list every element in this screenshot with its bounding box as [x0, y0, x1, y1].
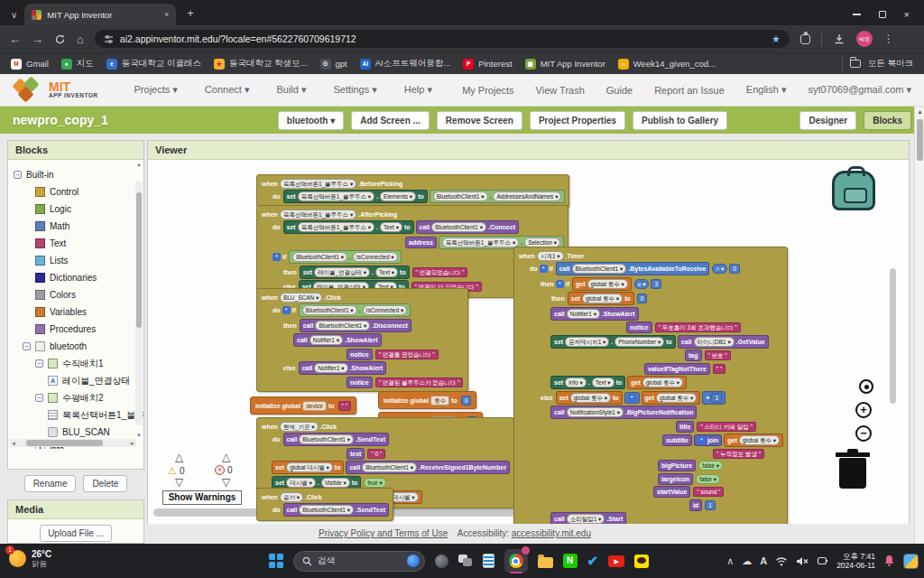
block-dropdown[interactable]: IsConnected ▾ [363, 305, 408, 315]
warning-down-icon[interactable]: ▽ [175, 476, 183, 489]
block-dropdown[interactable]: NotificationStyle1 ▾ [567, 407, 624, 417]
block-dropdown[interactable]: BluetoothClient1 ▾ [299, 434, 354, 444]
language-selector[interactable]: English ▾ [746, 84, 787, 96]
block-dropdown[interactable]: 목록선택버튼1_블루투스 ▾ [298, 191, 374, 201]
block-dropdown[interactable]: 데시벨 ▾ [286, 478, 316, 488]
block-dropdown[interactable]: global 데시벨 ▾ [286, 462, 333, 472]
screen-selector-button[interactable]: bluetooth ▾ [278, 111, 344, 130]
block-dropdown[interactable]: Text ▾ [380, 222, 402, 232]
trash-can[interactable] [839, 458, 866, 489]
reload-icon[interactable] [54, 33, 66, 45]
page-scroll-thumb[interactable] [917, 119, 923, 161]
youtube-app-icon[interactable]: ▶ [608, 555, 624, 567]
block-dropdown[interactable]: 시계1 ▾ [537, 251, 564, 261]
mutator-icon[interactable]: * [540, 265, 548, 273]
code-block[interactable]: initialize globaldeviceto" " [250, 396, 356, 415]
mutator-icon[interactable]: * [556, 280, 564, 288]
component-item[interactable]: −bluetooth [14, 338, 140, 355]
accessibility-link[interactable]: accessibility.mit.edu [512, 528, 591, 538]
collapse-icon[interactable]: − [14, 171, 22, 179]
kakaotalk-app-icon[interactable] [634, 555, 649, 568]
projectbar-button[interactable]: Project Properties [530, 111, 625, 130]
header-link[interactable]: Guide [606, 85, 633, 96]
block-dropdown[interactable]: BluetoothClient1 ▾ [572, 264, 627, 274]
block-dropdown[interactable]: IsConnected ▾ [353, 252, 398, 262]
canvas-vertical-scrollbar[interactable] [890, 268, 896, 404]
warning-up-icon[interactable]: △ [175, 451, 183, 463]
notepad-app-icon[interactable] [483, 554, 494, 568]
file-explorer-icon[interactable] [538, 557, 553, 568]
center-blocks-icon[interactable] [859, 379, 873, 394]
block-dropdown[interactable]: BLU_SCAN ▾ [280, 293, 322, 303]
block-dropdown[interactable]: BluetoothClient1 ▾ [433, 191, 488, 201]
component-item[interactable]: −수평배치2 [14, 389, 140, 406]
wifi-icon[interactable] [775, 556, 788, 566]
palette-category-variables[interactable]: Variables [14, 303, 140, 321]
palette-category-dictionaries[interactable]: Dictionaries [14, 269, 140, 286]
scroll-down-icon[interactable]: ▼ [135, 433, 143, 438]
new-tab-button[interactable]: + [187, 6, 194, 20]
account-menu[interactable]: syt07069@gmail.com ▾ [808, 84, 911, 96]
collapse-icon[interactable]: − [23, 342, 31, 350]
rename-button[interactable]: Rename [24, 475, 77, 492]
menu-projects[interactable]: Projects ▾ [134, 84, 178, 96]
bookmark-item[interactable]: PPinterest [463, 59, 513, 70]
block-dropdown[interactable]: BluetoothClient1 ▾ [292, 252, 347, 262]
blocks-button[interactable]: Blocks [864, 111, 911, 130]
block-dropdown[interactable]: Notifier1 ▾ [567, 309, 600, 319]
block-dropdown[interactable]: 레이블_연결상태 ▾ [314, 267, 370, 277]
palette-scroll-thumb[interactable] [136, 192, 142, 328]
code-block[interactable]: whenBLU_SCAN ▾.Clickdo*ifBluetoothClient… [256, 288, 468, 392]
block-dropdown[interactable]: Text ▾ [592, 378, 614, 387]
window-minimize-button[interactable] [853, 14, 861, 15]
block-dropdown[interactable]: global 횟수 ▾ [656, 393, 697, 403]
palette-vertical-scrollbar[interactable]: ▲ ▼ [135, 182, 143, 425]
collapse-icon[interactable]: − [35, 359, 43, 368]
header-link[interactable]: Report an Issue [654, 85, 725, 96]
projectbar-button[interactable]: Publish to Gallery [633, 111, 727, 130]
window-close-button[interactable]: × [904, 11, 910, 18]
window-restore-button[interactable] [879, 11, 886, 18]
bookmark-item[interactable]: ∞Week14_given_cod... [618, 59, 716, 70]
projectbar-button[interactable]: Add Screen ... [351, 111, 430, 130]
component-item[interactable]: A레이블_연결상태 [14, 372, 140, 389]
block-dropdown[interactable]: AddressesAndNames ▾ [493, 191, 561, 201]
palette-hscroll-thumb[interactable] [26, 440, 103, 446]
menu-build[interactable]: Build ▾ [276, 84, 306, 96]
code-block[interactable]: when목록선택버튼1_블루투스 ▾.BeforePickingdoset목록선… [256, 174, 569, 208]
battery-history-icon[interactable] [817, 555, 828, 566]
block-dropdown[interactable]: Text ▾ [375, 267, 398, 277]
taskbar-search[interactable]: 검색 [293, 551, 425, 572]
error-down-icon[interactable]: ▽ [222, 476, 230, 489]
ime-indicator[interactable]: A [760, 555, 767, 566]
block-dropdown[interactable]: global 횟수 ▾ [582, 294, 623, 303]
block-dropdown[interactable]: Elements ▾ [380, 191, 416, 201]
block-op[interactable]: > ▾ [712, 264, 727, 274]
bookmark-item[interactable]: e동국대학교 이클래스 [106, 58, 201, 70]
back-button[interactable]: ← [9, 33, 21, 46]
browser-menu-icon[interactable]: ⋮ [883, 33, 894, 45]
downloads-icon[interactable] [833, 33, 845, 45]
check-app-icon[interactable]: ✔ [587, 553, 599, 569]
menu-help[interactable]: Help ▾ [404, 84, 432, 96]
block-dropdown[interactable]: 문자메시지1 ▾ [565, 337, 609, 347]
forward-button[interactable]: → [32, 33, 43, 46]
block-dropdown[interactable]: BluetoothClient1 ▾ [302, 305, 357, 315]
delete-button[interactable]: Delete [83, 475, 127, 492]
code-block[interactable]: when시계1 ▾.Timerdo*ifcallBluetoothClient1… [513, 247, 788, 524]
onedrive-cloud-icon[interactable]: ☁ [742, 555, 752, 567]
task-view-button[interactable] [458, 555, 473, 567]
block-dropdown[interactable]: BluetoothClient1 ▾ [315, 321, 370, 331]
bookmark-item[interactable]: MGmail [11, 59, 49, 70]
block-dropdown[interactable]: 목록선택버튼1_블루투스 ▾ [280, 179, 356, 189]
page-scrollbar[interactable]: ▲ [914, 107, 924, 544]
profile-avatar[interactable]: 세연 [856, 31, 873, 47]
block-dropdown[interactable]: BluetoothClient1 ▾ [431, 222, 486, 232]
palette-category-text[interactable]: Text [14, 235, 140, 252]
block-logic[interactable]: false ▾ [696, 474, 720, 484]
notification-bell-icon[interactable] [883, 555, 895, 567]
block-dropdown[interactable]: Visible ▾ [321, 478, 350, 488]
menu-connect[interactable]: Connect ▾ [205, 84, 250, 96]
volume-muted-icon[interactable] [796, 556, 808, 566]
projectbar-button[interactable]: Remove Screen [437, 111, 522, 130]
